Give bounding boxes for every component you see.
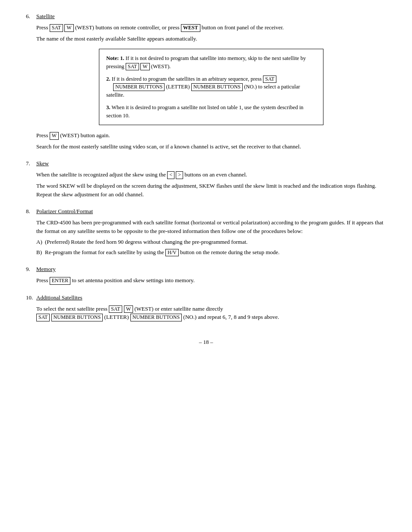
section-7-title: Skew [36, 160, 49, 167]
section-6-para2: The name of the most easterly available … [36, 35, 386, 43]
btn-sat-note1: SAT [126, 63, 139, 71]
btn-sat-1: SAT [50, 24, 63, 32]
section-10-title: Additional Satellites [36, 294, 82, 301]
section-6-header: 6. Satellite [26, 13, 386, 20]
btn-number-10a: NUMBER BUTTONS [51, 314, 103, 321]
btn-number-10b: NUMBER BUTTONS [130, 314, 182, 321]
section-8-number: 8. [26, 208, 36, 215]
section-7-number: 7. [26, 160, 36, 167]
btn-w-note1: W [140, 63, 149, 71]
btn-sat-10: SAT [109, 305, 122, 313]
btn-sat-10b: SAT [36, 314, 50, 321]
section-10-text2: (LETTER) [103, 314, 130, 320]
section-8-para1: The CRD-4500 has been pre-programmed wit… [36, 218, 386, 235]
section-8-text-b-pre: Re-program the format for each satellite… [45, 249, 165, 255]
section-6-title: Satellite [36, 13, 55, 20]
section-7-para2: The word SKEW will be displayed on the s… [36, 182, 386, 198]
section-9-body: Press ENTER to set antenna position and … [36, 276, 386, 285]
section-7-body: When the satellite is recognized adjust … [36, 170, 386, 198]
section-6-para4: Search for the most easterly satellite u… [36, 142, 386, 151]
section-6-para1: Press SAT W (WEST) buttons on remote con… [36, 23, 386, 32]
note-label-3: 3. [106, 104, 110, 110]
btn-gt: > [176, 171, 183, 179]
section-6-text2: button on front panel of the receiver. [200, 24, 284, 31]
section-9-header: 9. Memory [26, 266, 386, 273]
section-10-number: 10. [26, 294, 36, 301]
section-9-para1: Press ENTER to set antenna position and … [36, 276, 386, 285]
btn-w-10: W [124, 305, 133, 313]
section-9-para1-post: to set antenna position and skew setting… [70, 277, 194, 283]
section-10-text1: (WEST) or enter satellite name directly [133, 305, 223, 312]
note-item-1: Note: 1. If it is not desired to program… [106, 54, 316, 71]
section-8-text-b-post: button on the remote during the setup mo… [179, 249, 280, 255]
section-8-item-b: B) Re-program the format for each satell… [36, 248, 386, 257]
section-10-text3: (NO.) and repeat 6, 7, 8 and 9 steps abo… [182, 314, 279, 320]
page-footer: – 18 – [26, 339, 386, 346]
section-8-header: 8. Polarizer Control/Format [26, 208, 386, 215]
note-item-2: 2. If it is desired to program the satel… [106, 75, 316, 99]
section-6-body: Press SAT W (WEST) buttons on remote con… [36, 23, 386, 151]
section-8-item-a: A) (Preferred) Rotate the feed horn 90 d… [36, 238, 386, 246]
section-6: 6. Satellite Press SAT W (WEST) buttons … [26, 13, 386, 151]
note-item-3: 3. When it is desired to program a satel… [106, 104, 316, 120]
section-8-label-b: B) [36, 248, 45, 257]
section-6-para3-pre: Press [36, 132, 50, 139]
btn-lt: < [167, 171, 174, 179]
section-9-number: 9. [26, 266, 36, 273]
section-8-text-b: Re-program the format for each satellite… [45, 248, 279, 257]
section-8-text-a: (Preferred) Rotate the feed horn 90 degr… [45, 238, 247, 246]
btn-w-1: W [64, 24, 73, 32]
section-8-title: Polarizer Control/Format [36, 208, 93, 215]
section-7-para1: When the satellite is recognized adjust … [36, 170, 386, 179]
section-10-body: To select the next satellite press SAT W… [36, 305, 386, 321]
section-6-para1-pre: Press [36, 24, 50, 31]
section-7: 7. Skew When the satellite is recognized… [26, 160, 386, 198]
btn-w-2: W [50, 132, 59, 140]
section-9: 9. Memory Press ENTER to set antenna pos… [26, 266, 386, 285]
section-10-header: 10. Additional Satellites [26, 294, 386, 301]
section-7-para1-post: buttons on an even channel. [183, 171, 247, 178]
section-10-para1: To select the next satellite press SAT W… [36, 305, 386, 321]
note-label-2: 2. [106, 76, 110, 82]
btn-number-note2b: NUMBER BUTTONS [191, 83, 243, 91]
btn-enter: ENTER [50, 277, 71, 285]
section-6-number: 6. [26, 13, 36, 20]
note-box: Note: 1. If it is not desired to program… [99, 49, 323, 125]
section-8: 8. Polarizer Control/Format The CRD-4500… [26, 208, 386, 256]
section-8-body: The CRD-4500 has been pre-programmed wit… [36, 218, 386, 256]
section-6-text1: (WEST) buttons on remote controller, or … [74, 24, 181, 31]
section-9-title: Memory [36, 266, 56, 273]
section-6-para3-post: (WEST) button again. [59, 132, 110, 139]
section-9-para1-pre: Press [36, 277, 50, 283]
note-3-text: When it is desired to program a satellit… [106, 104, 304, 119]
btn-west: WEST [181, 24, 200, 32]
section-7-header: 7. Skew [26, 160, 386, 167]
section-6-para3: Press W (WEST) button again. [36, 131, 386, 140]
btn-hv: H/V [165, 249, 179, 257]
page-number: – 18 – [199, 339, 213, 345]
note-2-text: If it is desired to program the satellit… [112, 76, 263, 82]
note-label-1: Note: 1. [106, 55, 124, 61]
section-10: 10. Additional Satellites To select the … [26, 294, 386, 321]
section-10-para1-pre: To select the next satellite press [36, 305, 109, 312]
section-8-label-a: A) [36, 238, 45, 246]
note-2-btn2-wrap: NUMBER BUTTONS (LETTER) NUMBER BUTTONS (… [106, 84, 300, 98]
btn-number-note2a: NUMBER BUTTONS [113, 83, 165, 91]
section-7-para1-pre: When the satellite is recognized adjust … [36, 171, 167, 178]
btn-sat-note2: SAT [263, 76, 276, 83]
note-1-text2: (WEST). [150, 63, 171, 69]
